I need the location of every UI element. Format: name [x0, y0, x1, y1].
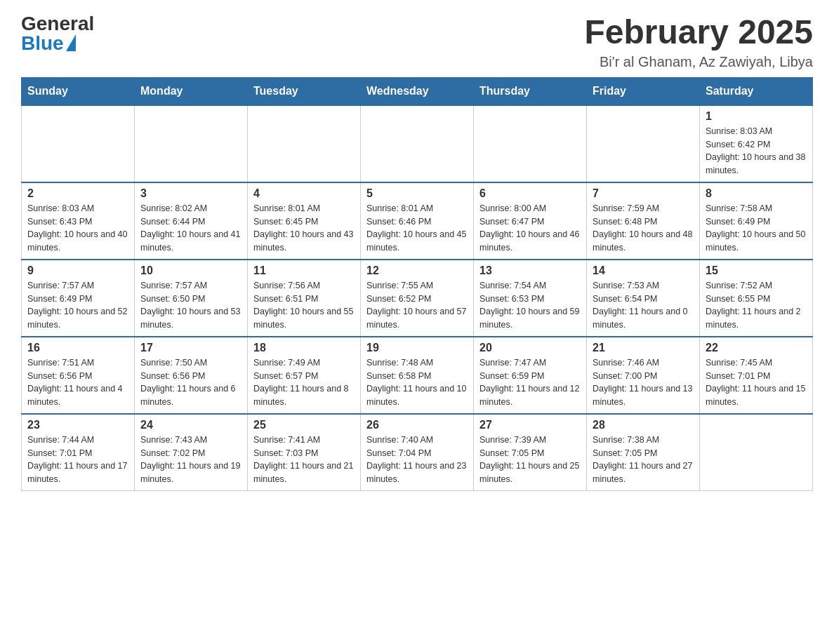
day-header-wednesday: Wednesday [361, 77, 474, 105]
day-info: Sunrise: 7:44 AM Sunset: 7:01 PM Dayligh… [27, 434, 128, 486]
calendar-cell: 17Sunrise: 7:50 AM Sunset: 6:56 PM Dayli… [135, 337, 248, 414]
week-row-4: 16Sunrise: 7:51 AM Sunset: 6:56 PM Dayli… [22, 337, 813, 414]
calendar-cell [22, 105, 135, 182]
calendar-cell: 18Sunrise: 7:49 AM Sunset: 6:57 PM Dayli… [248, 337, 361, 414]
calendar-cell: 22Sunrise: 7:45 AM Sunset: 7:01 PM Dayli… [700, 337, 813, 414]
calendar-cell: 26Sunrise: 7:40 AM Sunset: 7:04 PM Dayli… [361, 414, 474, 491]
calendar-cell: 12Sunrise: 7:55 AM Sunset: 6:52 PM Dayli… [361, 260, 474, 337]
day-number: 6 [479, 187, 581, 200]
day-info: Sunrise: 8:01 AM Sunset: 6:46 PM Dayligh… [366, 202, 468, 255]
calendar-cell [361, 105, 474, 182]
day-info: Sunrise: 7:41 AM Sunset: 7:03 PM Dayligh… [253, 434, 355, 486]
calendar-cell: 6Sunrise: 8:00 AM Sunset: 6:47 PM Daylig… [474, 182, 587, 260]
day-number: 7 [593, 187, 694, 200]
day-number: 25 [253, 419, 355, 431]
day-header-monday: Monday [135, 77, 248, 105]
logo-general-text: General [21, 14, 94, 34]
calendar-cell: 10Sunrise: 7:57 AM Sunset: 6:50 PM Dayli… [135, 260, 248, 337]
calendar-cell [135, 105, 248, 182]
day-number: 22 [706, 342, 807, 354]
day-header-tuesday: Tuesday [248, 77, 361, 105]
calendar-cell [587, 105, 700, 182]
day-number: 8 [706, 187, 807, 200]
calendar-cell: 7Sunrise: 7:59 AM Sunset: 6:48 PM Daylig… [587, 182, 700, 260]
day-info: Sunrise: 7:52 AM Sunset: 6:55 PM Dayligh… [706, 279, 807, 332]
day-number: 14 [593, 264, 694, 277]
day-number: 26 [366, 419, 468, 431]
day-info: Sunrise: 8:00 AM Sunset: 6:47 PM Dayligh… [479, 202, 581, 255]
day-number: 11 [253, 264, 355, 277]
day-number: 18 [253, 342, 355, 354]
calendar-cell: 1Sunrise: 8:03 AM Sunset: 6:42 PM Daylig… [700, 105, 813, 182]
day-info: Sunrise: 7:38 AM Sunset: 7:05 PM Dayligh… [593, 434, 694, 486]
day-number: 13 [479, 264, 581, 277]
logo: General Blue [21, 14, 94, 53]
calendar-cell: 28Sunrise: 7:38 AM Sunset: 7:05 PM Dayli… [587, 414, 700, 491]
calendar-cell: 21Sunrise: 7:46 AM Sunset: 7:00 PM Dayli… [587, 337, 700, 414]
calendar-cell: 2Sunrise: 8:03 AM Sunset: 6:43 PM Daylig… [22, 182, 135, 260]
day-number: 28 [593, 419, 694, 431]
day-info: Sunrise: 7:57 AM Sunset: 6:50 PM Dayligh… [140, 279, 241, 332]
week-row-2: 2Sunrise: 8:03 AM Sunset: 6:43 PM Daylig… [22, 182, 813, 260]
calendar-cell: 23Sunrise: 7:44 AM Sunset: 7:01 PM Dayli… [22, 414, 135, 491]
week-row-3: 9Sunrise: 7:57 AM Sunset: 6:49 PM Daylig… [22, 260, 813, 337]
day-info: Sunrise: 7:39 AM Sunset: 7:05 PM Dayligh… [479, 434, 581, 486]
day-number: 2 [27, 187, 128, 200]
day-number: 19 [366, 342, 468, 354]
logo-blue-text: Blue [21, 34, 64, 53]
day-number: 10 [140, 264, 241, 277]
day-header-thursday: Thursday [474, 77, 587, 105]
day-info: Sunrise: 7:54 AM Sunset: 6:53 PM Dayligh… [479, 279, 581, 332]
day-number: 16 [27, 342, 128, 354]
day-header-friday: Friday [587, 77, 700, 105]
calendar-cell: 4Sunrise: 8:01 AM Sunset: 6:45 PM Daylig… [248, 182, 361, 260]
day-number: 1 [706, 110, 807, 123]
calendar-cell: 8Sunrise: 7:58 AM Sunset: 6:49 PM Daylig… [700, 182, 813, 260]
day-header-sunday: Sunday [22, 77, 135, 105]
day-info: Sunrise: 7:57 AM Sunset: 6:49 PM Dayligh… [27, 279, 128, 332]
day-number: 20 [479, 342, 581, 354]
title-section: February 2025 Bi'r al Ghanam, Az Zawiyah… [584, 14, 813, 70]
day-info: Sunrise: 8:01 AM Sunset: 6:45 PM Dayligh… [253, 202, 355, 255]
day-info: Sunrise: 8:02 AM Sunset: 6:44 PM Dayligh… [140, 202, 241, 255]
day-info: Sunrise: 7:51 AM Sunset: 6:56 PM Dayligh… [27, 356, 128, 409]
calendar-cell: 24Sunrise: 7:43 AM Sunset: 7:02 PM Dayli… [135, 414, 248, 491]
calendar-cell: 3Sunrise: 8:02 AM Sunset: 6:44 PM Daylig… [135, 182, 248, 260]
day-info: Sunrise: 7:58 AM Sunset: 6:49 PM Dayligh… [706, 202, 807, 255]
day-info: Sunrise: 7:56 AM Sunset: 6:51 PM Dayligh… [253, 279, 355, 332]
day-info: Sunrise: 7:49 AM Sunset: 6:57 PM Dayligh… [253, 356, 355, 409]
day-number: 5 [366, 187, 468, 200]
day-number: 4 [253, 187, 355, 200]
day-info: Sunrise: 7:47 AM Sunset: 6:59 PM Dayligh… [479, 356, 581, 409]
day-number: 3 [140, 187, 241, 200]
calendar-table: SundayMondayTuesdayWednesdayThursdayFrid… [21, 77, 813, 491]
week-row-1: 1Sunrise: 8:03 AM Sunset: 6:42 PM Daylig… [22, 105, 813, 182]
calendar-cell: 14Sunrise: 7:53 AM Sunset: 6:54 PM Dayli… [587, 260, 700, 337]
day-info: Sunrise: 7:45 AM Sunset: 7:01 PM Dayligh… [706, 356, 807, 409]
calendar-cell [474, 105, 587, 182]
page-header: General Blue February 2025 Bi'r al Ghana… [21, 14, 813, 70]
day-info: Sunrise: 7:50 AM Sunset: 6:56 PM Dayligh… [140, 356, 241, 409]
day-number: 21 [593, 342, 694, 354]
calendar-cell: 20Sunrise: 7:47 AM Sunset: 6:59 PM Dayli… [474, 337, 587, 414]
day-header-saturday: Saturday [700, 77, 813, 105]
day-number: 17 [140, 342, 241, 354]
subtitle: Bi'r al Ghanam, Az Zawiyah, Libya [584, 54, 813, 70]
day-info: Sunrise: 7:53 AM Sunset: 6:54 PM Dayligh… [593, 279, 694, 332]
day-number: 12 [366, 264, 468, 277]
day-info: Sunrise: 8:03 AM Sunset: 6:42 PM Dayligh… [706, 125, 807, 177]
calendar-cell: 19Sunrise: 7:48 AM Sunset: 6:58 PM Dayli… [361, 337, 474, 414]
day-info: Sunrise: 7:48 AM Sunset: 6:58 PM Dayligh… [366, 356, 468, 409]
day-info: Sunrise: 7:46 AM Sunset: 7:00 PM Dayligh… [593, 356, 694, 409]
calendar-cell: 15Sunrise: 7:52 AM Sunset: 6:55 PM Dayli… [700, 260, 813, 337]
day-info: Sunrise: 7:59 AM Sunset: 6:48 PM Dayligh… [593, 202, 694, 255]
calendar-cell: 9Sunrise: 7:57 AM Sunset: 6:49 PM Daylig… [22, 260, 135, 337]
calendar-cell: 13Sunrise: 7:54 AM Sunset: 6:53 PM Dayli… [474, 260, 587, 337]
day-number: 9 [27, 264, 128, 277]
day-number: 24 [140, 419, 241, 431]
day-info: Sunrise: 7:40 AM Sunset: 7:04 PM Dayligh… [366, 434, 468, 486]
calendar-cell: 5Sunrise: 8:01 AM Sunset: 6:46 PM Daylig… [361, 182, 474, 260]
logo-triangle-icon [66, 34, 76, 51]
main-title: February 2025 [584, 14, 813, 51]
day-number: 27 [479, 419, 581, 431]
